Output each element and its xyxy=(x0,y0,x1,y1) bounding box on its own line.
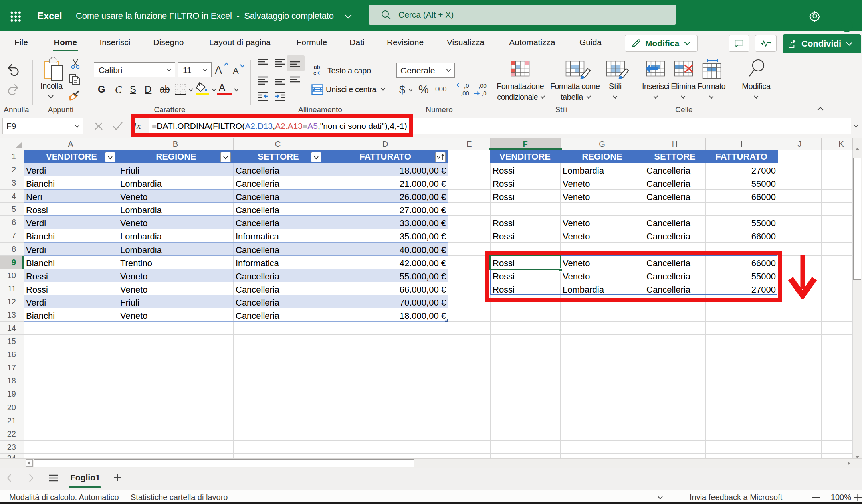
svg-text:c: c xyxy=(313,70,316,76)
svg-text:ab: ab xyxy=(314,64,320,70)
